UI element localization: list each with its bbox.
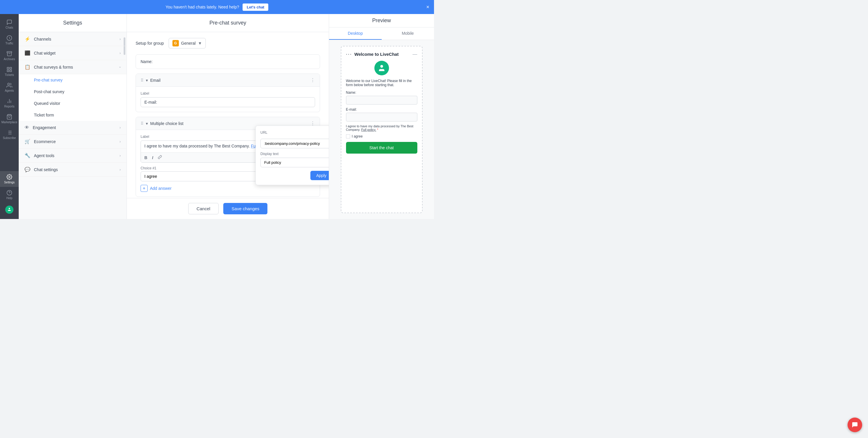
widget-dots-icon: ··· bbox=[346, 51, 352, 57]
consent-link-text[interactable]: Full policy. bbox=[361, 128, 376, 131]
sidebar-item-reports[interactable]: Reports bbox=[0, 95, 19, 111]
sidebar-item-subscribe[interactable]: Subscribe bbox=[0, 127, 19, 142]
chat-surveys-arrow-icon: › bbox=[118, 67, 122, 68]
menu-label-chat-widget: Chat widget bbox=[34, 51, 56, 56]
sidebar-label-settings: Settings bbox=[4, 181, 14, 184]
email-field-header: ⠿ ▾ Email ⋮ bbox=[136, 74, 320, 87]
menu-item-chat-surveys[interactable]: 📋 Chat surveys & forms › bbox=[19, 60, 127, 74]
sidebar-item-archives[interactable]: Archives bbox=[0, 48, 19, 64]
collapse-icon[interactable]: ▾ bbox=[146, 78, 148, 82]
settings-panel: Settings ⚡ Channels › ⬛ Chat widget › 📋 … bbox=[19, 14, 127, 219]
cancel-button[interactable]: Cancel bbox=[188, 203, 219, 214]
add-answer-button[interactable]: + Add answer bbox=[141, 185, 172, 192]
email-input[interactable] bbox=[141, 97, 315, 107]
banner-close-button[interactable]: × bbox=[426, 4, 429, 10]
submenu-item-post-chat[interactable]: Post-chat survey bbox=[19, 86, 127, 98]
sidebar-bottom: Settings Help bbox=[0, 171, 19, 219]
submenu-item-ticket-form[interactable]: Ticket form bbox=[19, 109, 127, 121]
save-changes-button[interactable]: Save changes bbox=[223, 203, 268, 214]
menu-item-chat-widget[interactable]: ⬛ Chat widget › bbox=[19, 46, 127, 60]
app-layout: Chats Traffic Archives Tickets Agents Re… bbox=[0, 14, 434, 219]
widget-top-bar: ··· Welcome to LiveChat — bbox=[346, 51, 417, 57]
name-field: Name: bbox=[135, 54, 320, 69]
menu-item-agent-tools[interactable]: 🔧 Agent tools › bbox=[19, 148, 127, 163]
group-selector[interactable]: G General ▼ bbox=[168, 38, 206, 48]
display-text-label: Display text bbox=[260, 152, 329, 156]
email-drag-handle[interactable]: ⠿ bbox=[141, 78, 144, 82]
menu-label-engagement: Engagement bbox=[33, 125, 56, 130]
setup-group-label: Setup for group bbox=[135, 41, 164, 45]
menu-item-engagement[interactable]: 👁 Engagement › bbox=[19, 121, 127, 135]
top-banner: You haven't had chats lately. Need help?… bbox=[0, 0, 434, 14]
svg-rect-2 bbox=[7, 67, 9, 69]
settings-menu: ⚡ Channels › ⬛ Chat widget › 📋 Chat surv… bbox=[19, 32, 127, 219]
main-header: Pre-chat survey bbox=[127, 14, 329, 32]
setup-group-row: Setup for group G General ▼ bbox=[135, 38, 320, 48]
email-label-text: Label bbox=[141, 91, 315, 96]
chat-settings-arrow-icon: › bbox=[120, 168, 121, 172]
lets-chat-button[interactable]: Let's chat bbox=[243, 3, 268, 11]
sidebar-item-avatar[interactable] bbox=[0, 203, 19, 217]
sidebar-item-tickets[interactable]: Tickets bbox=[0, 64, 19, 79]
sidebar-label-traffic: Traffic bbox=[5, 42, 13, 45]
svg-rect-4 bbox=[10, 70, 12, 72]
email-field-menu[interactable]: ⋮ bbox=[310, 77, 315, 83]
tab-desktop[interactable]: Desktop bbox=[329, 28, 382, 40]
widget-name-input[interactable] bbox=[346, 96, 417, 105]
sidebar-item-marketplace[interactable]: Marketplace bbox=[0, 111, 19, 127]
content-body: Setup for group G General ▼ Name: ⠿ ▾ Em… bbox=[127, 32, 329, 198]
svg-point-6 bbox=[8, 83, 10, 85]
italic-button[interactable]: I bbox=[151, 155, 154, 161]
menu-label-agent-tools: Agent tools bbox=[34, 153, 54, 158]
menu-item-channels[interactable]: ⚡ Channels › bbox=[19, 32, 127, 46]
traffic-icon bbox=[6, 35, 12, 41]
consent-text: I agree to have my data processed by The… bbox=[144, 144, 250, 148]
widget-email-label: E-mail: bbox=[346, 107, 417, 111]
menu-label-ecommerce: Ecommerce bbox=[34, 139, 56, 144]
widget-email-input[interactable] bbox=[346, 113, 417, 122]
name-field-value: Name: bbox=[141, 59, 153, 64]
group-name: General bbox=[181, 41, 196, 45]
sidebar-item-chats[interactable]: Chats bbox=[0, 16, 19, 32]
group-badge: G bbox=[173, 40, 179, 46]
widget-checkbox[interactable] bbox=[346, 134, 350, 138]
submenu-label-post-chat: Post-chat survey bbox=[34, 89, 64, 94]
ecommerce-arrow-icon: › bbox=[120, 140, 121, 144]
main-title: Pre-chat survey bbox=[209, 20, 246, 26]
widget-icon: ⬛ bbox=[25, 50, 30, 56]
start-chat-button[interactable]: Start the chat bbox=[346, 142, 417, 154]
sidebar-item-help[interactable]: Help bbox=[0, 187, 19, 203]
mc-collapse-icon[interactable]: ▾ bbox=[146, 121, 148, 126]
widget-minimize-icon[interactable]: — bbox=[413, 52, 417, 57]
sidebar-label-subscribe: Subscribe bbox=[3, 136, 16, 140]
welcome-text: Welcome to our LiveChat! Please fill in … bbox=[346, 79, 417, 87]
sidebar-item-traffic[interactable]: Traffic bbox=[0, 32, 19, 48]
eye-icon: 👁 bbox=[25, 125, 29, 130]
bottom-actions: Cancel Save changes bbox=[127, 198, 329, 219]
widget-name-label: Name: bbox=[346, 91, 417, 95]
menu-item-ecommerce[interactable]: 🛒 Ecommerce › bbox=[19, 135, 127, 148]
mc-drag-handle[interactable]: ⠿ bbox=[141, 121, 144, 126]
agents-icon bbox=[6, 82, 12, 88]
preview-panel: Preview Desktop Mobile ··· Welcome to Li… bbox=[329, 14, 434, 219]
sidebar-label-agents: Agents bbox=[5, 89, 14, 92]
main-content: Pre-chat survey Setup for group G Genera… bbox=[127, 14, 329, 219]
link-button[interactable] bbox=[157, 155, 163, 161]
submenu-item-pre-chat[interactable]: Pre-chat survey bbox=[19, 74, 127, 86]
chat-widget-arrow-icon: › bbox=[120, 51, 121, 55]
bold-button[interactable]: B bbox=[143, 155, 149, 161]
consent-main-text: I agree to have my data processed by The… bbox=[346, 124, 413, 131]
sidebar-label-help: Help bbox=[6, 197, 12, 200]
banner-text: You haven't had chats lately. Need help? bbox=[166, 5, 239, 9]
sidebar-item-settings[interactable]: Settings bbox=[0, 171, 19, 187]
sidebar-item-agents[interactable]: Agents bbox=[0, 79, 19, 95]
menu-item-chat-settings[interactable]: 💬 Chat settings › bbox=[19, 163, 127, 177]
tab-mobile[interactable]: Mobile bbox=[382, 28, 434, 40]
icon-sidebar: Chats Traffic Archives Tickets Agents Re… bbox=[0, 14, 19, 219]
display-text-input[interactable] bbox=[260, 158, 329, 167]
submenu-item-queued-visitor[interactable]: Queued visitor bbox=[19, 98, 127, 109]
apply-button[interactable]: Apply bbox=[310, 171, 329, 180]
settings-icon bbox=[6, 174, 12, 180]
url-popup-input[interactable] bbox=[260, 139, 329, 148]
svg-rect-1 bbox=[7, 52, 12, 53]
